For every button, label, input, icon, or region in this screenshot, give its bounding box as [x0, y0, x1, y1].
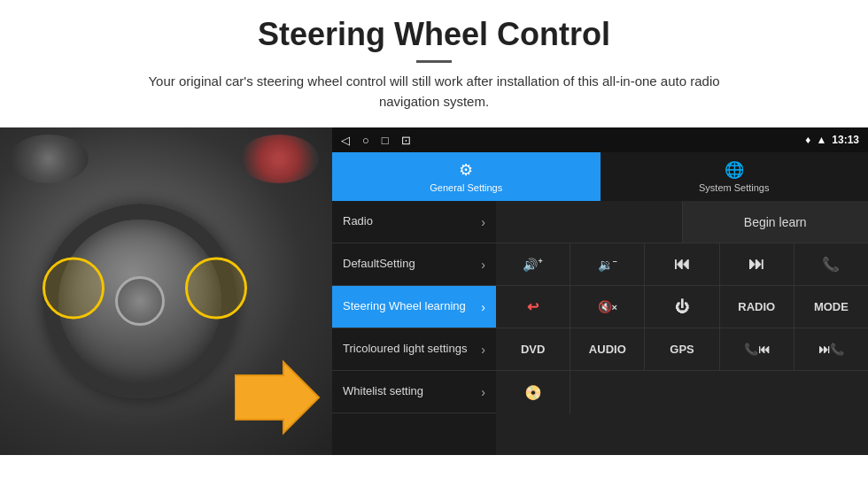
- tab-general-label: General Settings: [430, 182, 502, 193]
- menu-item-steering[interactable]: Steering Wheel learning ›: [332, 286, 496, 328]
- vol-up-button[interactable]: 🔊+: [496, 243, 570, 285]
- tab-system-label: System Settings: [699, 182, 769, 193]
- chevron-icon-steering: ›: [481, 300, 485, 314]
- gps-status-icon: ♦: [805, 134, 810, 146]
- chevron-icon-default: ›: [481, 258, 485, 272]
- page-title: Steering Wheel Control: [18, 16, 850, 53]
- vol-up-icon: 🔊+: [523, 257, 542, 272]
- dvd-disc-button[interactable]: 📀: [496, 371, 570, 413]
- top-row: Begin learn: [496, 201, 868, 243]
- gauge-left: [9, 135, 89, 183]
- empty-cell: [496, 201, 683, 243]
- home-icon: ○: [362, 134, 369, 147]
- prev-button[interactable]: ⏮: [645, 243, 719, 285]
- status-bar-left: ◁ ○ □ ⊡: [341, 134, 411, 147]
- menu-item-default[interactable]: DefaultSetting ›: [332, 243, 496, 286]
- mute-button[interactable]: 🔇×: [570, 286, 645, 328]
- tab-bar: ⚙ General Settings 🌐 System Settings: [332, 152, 868, 201]
- menu-and-controls: Radio › DefaultSetting › Steering Wheel …: [332, 201, 868, 455]
- power-button[interactable]: ⏻: [645, 286, 719, 328]
- dvd-label: DVD: [521, 343, 545, 356]
- hang-up-icon: ↩: [527, 298, 539, 315]
- audio-button[interactable]: AUDIO: [570, 328, 645, 370]
- chevron-icon-radio: ›: [481, 215, 485, 229]
- android-panel: ◁ ○ □ ⊡ ♦ ▲ 13:13 ⚙ General Settings 🌐 S…: [332, 127, 868, 455]
- ctrl-row-2: ↩ 🔇× ⏻ RADIO MODE: [496, 286, 868, 328]
- controls-grid: Begin learn 🔊+ 🔉– ⏮ ⏭: [496, 201, 868, 455]
- power-icon: ⏻: [675, 299, 689, 315]
- ctrl-row-4: 📀: [496, 371, 868, 413]
- audio-label: AUDIO: [589, 343, 626, 356]
- page-header: Steering Wheel Control Your original car…: [0, 0, 868, 120]
- back-icon: ◁: [341, 134, 350, 147]
- menu-list: Radio › DefaultSetting › Steering Wheel …: [332, 201, 496, 455]
- dvd-disc-icon: 📀: [524, 384, 542, 401]
- steering-wheel-image: [0, 127, 332, 455]
- vol-down-button[interactable]: 🔉–: [570, 243, 645, 285]
- begin-learn-button[interactable]: Begin learn: [683, 201, 869, 243]
- radio-button[interactable]: RADIO: [720, 286, 794, 328]
- screenshot-icon: ⊡: [401, 134, 411, 147]
- recents-icon: □: [382, 134, 389, 147]
- hang-up-button[interactable]: ↩: [496, 286, 570, 328]
- vol-down-icon: 🔉–: [598, 257, 617, 272]
- wheel-background: [0, 127, 332, 455]
- status-bar-right: ♦ ▲ 13:13: [805, 134, 859, 146]
- phone-prev-icon: 📞⏮: [744, 343, 770, 356]
- skip-phone-button[interactable]: ⏭📞: [794, 328, 868, 370]
- status-bar: ◁ ○ □ ⊡ ♦ ▲ 13:13: [332, 127, 868, 152]
- gps-button[interactable]: GPS: [645, 328, 719, 370]
- phone-icon: 📞: [822, 256, 840, 273]
- yellow-circle-right: [185, 258, 247, 320]
- menu-item-steering-label: Steering Wheel learning: [343, 299, 481, 314]
- next-icon: ⏭: [748, 255, 764, 274]
- menu-item-whitelist[interactable]: Whitelist setting ›: [332, 371, 496, 413]
- general-settings-icon: ⚙: [459, 160, 473, 180]
- gps-label: GPS: [670, 343, 694, 356]
- menu-item-radio[interactable]: Radio ›: [332, 201, 496, 243]
- main-content: ◁ ○ □ ⊡ ♦ ▲ 13:13 ⚙ General Settings 🌐 S…: [0, 127, 868, 455]
- chevron-icon-whitelist: ›: [481, 385, 485, 399]
- next-button[interactable]: ⏭: [720, 243, 794, 285]
- ctrl-row-1: 🔊+ 🔉– ⏮ ⏭ 📞: [496, 243, 868, 286]
- menu-item-default-label: DefaultSetting: [343, 257, 481, 272]
- mode-button[interactable]: MODE: [794, 286, 868, 328]
- yellow-circle-left: [43, 258, 105, 320]
- menu-item-whitelist-label: Whitelist setting: [343, 384, 481, 399]
- menu-item-tricoloured[interactable]: Tricoloured light settings ›: [332, 328, 496, 371]
- skip-phone-icon: ⏭📞: [818, 343, 844, 356]
- signal-icon: ▲: [816, 134, 826, 146]
- phone-button[interactable]: 📞: [794, 243, 868, 285]
- clock: 13:13: [832, 134, 859, 146]
- arrow-icon: [235, 358, 323, 437]
- radio-label: RADIO: [738, 300, 775, 313]
- page-subtitle: Your original car's steering wheel contr…: [124, 72, 744, 112]
- tab-general[interactable]: ⚙ General Settings: [332, 152, 601, 201]
- menu-item-radio-label: Radio: [343, 214, 481, 229]
- system-settings-icon: 🌐: [725, 160, 744, 180]
- mode-label: MODE: [814, 300, 849, 313]
- title-divider: [416, 60, 452, 63]
- svg-marker-0: [235, 362, 319, 433]
- chevron-icon-tricoloured: ›: [481, 343, 485, 357]
- mute-icon: 🔇×: [598, 300, 617, 313]
- dvd-button[interactable]: DVD: [496, 328, 570, 370]
- tab-system[interactable]: 🌐 System Settings: [601, 152, 869, 201]
- phone-prev-button[interactable]: 📞⏮: [720, 328, 794, 370]
- prev-icon: ⏮: [674, 255, 690, 274]
- ctrl-row-3: DVD AUDIO GPS 📞⏮ ⏭📞: [496, 328, 868, 371]
- gauge-right: [239, 135, 319, 183]
- menu-item-tricoloured-label: Tricoloured light settings: [343, 342, 481, 357]
- empty-space: [570, 371, 868, 413]
